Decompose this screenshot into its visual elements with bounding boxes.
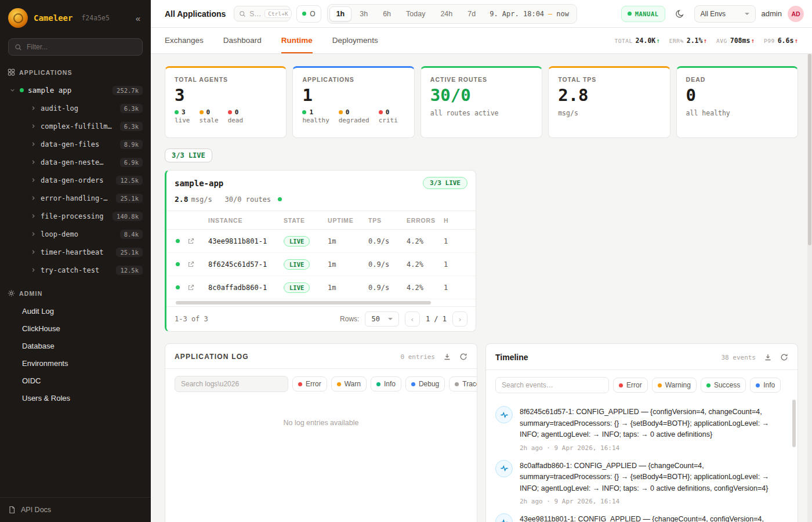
topbar: All Applications S… Ctrl+K O 1h 3h 6h To… (151, 0, 812, 28)
sidebar-item-sample-app[interactable]: sample app 252.7k (0, 81, 151, 99)
timeline-search-input[interactable] (502, 381, 603, 389)
tab-exchanges[interactable]: Exchanges (165, 28, 204, 53)
live-summary-chip[interactable]: 3/3 LIVE (165, 148, 212, 162)
sidebar-item-database[interactable]: Database (0, 337, 151, 354)
time-range-7d[interactable]: 7d (461, 6, 483, 21)
sidebar-item-loop-demo[interactable]: loop-demo8.4k (0, 225, 151, 243)
online-status-chip[interactable]: O (296, 5, 321, 23)
activity-icon (495, 460, 513, 477)
activity-icon (495, 513, 513, 522)
date-range-display[interactable]: 9. Apr. 18:04 — now (484, 10, 575, 18)
col-errors: ERRORS (407, 217, 444, 224)
chevron-down-icon (9, 87, 16, 93)
external-link-icon[interactable] (187, 284, 208, 291)
time-range-6h[interactable]: 6h (376, 6, 398, 21)
sidebar-filter-input[interactable] (27, 43, 136, 51)
chevron-right-icon (30, 249, 37, 255)
horizontal-scrollbar[interactable] (176, 301, 431, 304)
breakdown-healthy: 1healthy (302, 108, 329, 124)
filter-chip-trace[interactable]: Trace (449, 376, 477, 392)
sidebar-item-environments[interactable]: Environments (0, 354, 151, 372)
table-footer: 1-3 of 3 Rows: 50 ‹ 1 / 1 › (166, 306, 476, 331)
next-page-button[interactable]: › (452, 311, 467, 327)
uptime: 1m (328, 237, 368, 245)
sample-app-card: sample-app 3/3 LIVE 2.8 msg/s 30/0 route… (165, 170, 476, 332)
sidebar-item-users-roles[interactable]: Users & Roles (0, 389, 151, 407)
sidebar-collapse-button[interactable]: « (133, 12, 143, 24)
tab-deployments[interactable]: Deployments (332, 28, 378, 53)
refresh-icon[interactable] (780, 353, 788, 361)
api-docs-label: API Docs (21, 506, 51, 514)
global-search-button[interactable]: S… Ctrl+K (234, 6, 291, 21)
dark-mode-toggle[interactable] (671, 5, 688, 23)
tab-dashboard[interactable]: Dashboard (223, 28, 262, 53)
event-text: 8f6245c61d57-1: CONFIG_APPLIED — {config… (520, 408, 769, 438)
event-timestamp: 2h ago · 9 Apr 2026, 16:14 (520, 444, 782, 452)
page-scrollbar-thumb[interactable] (808, 54, 811, 245)
sidebar-item-error-handling[interactable]: error-handling-…25.1k (0, 189, 151, 207)
filter-chip-error[interactable]: Error (613, 378, 648, 393)
external-link-icon[interactable] (187, 238, 208, 245)
sidebar-item-file-processing[interactable]: file-processing140.8k (0, 207, 151, 225)
instance-status-dot (176, 262, 180, 266)
stat-cards-row: TOTAL AGENTS 3 3live 0stale 0dead APPLIC… (165, 66, 798, 138)
filter-chip-info[interactable]: Info (750, 378, 781, 393)
timeline-event[interactable]: 43ee9811b801-1: CONFIG_APPLIED — {change… (486, 506, 798, 522)
sidebar-item-try-catch-test[interactable]: try-catch-test12.5k (0, 261, 151, 279)
sidebar-item-timer-heartbeat[interactable]: timer-heartbeat25.1k (0, 243, 151, 261)
sidebar-filter (8, 38, 143, 56)
app-card-title[interactable]: sample-app (175, 179, 223, 188)
chevron-right-icon (30, 105, 37, 111)
environment-select[interactable]: All Envs (694, 5, 756, 23)
filter-chip-debug[interactable]: Debug (405, 376, 445, 392)
filter-chip-error[interactable]: Error (292, 376, 327, 392)
environment-select-value: All Envs (701, 10, 726, 18)
table-row[interactable]: 43ee9811b801-1 LIVE 1m 0.9/s 4.2% 1 (166, 230, 476, 253)
filter-chip-warn[interactable]: Warn (331, 376, 367, 392)
sidebar-item-clickhouse[interactable]: ClickHouse (0, 320, 151, 337)
timeline-scrollbar[interactable] (792, 400, 796, 447)
time-range-today[interactable]: Today (399, 6, 432, 21)
external-link-icon[interactable] (187, 261, 208, 268)
table-row[interactable]: 8c0affadb860-1 LIVE 1m 0.9/s 4.2% 1 (166, 276, 476, 299)
sidebar-item-data-gen-orders[interactable]: data-gen-orders12.5k (0, 171, 151, 189)
timeline-event[interactable]: 8f6245c61d57-1: CONFIG_APPLIED — {config… (486, 399, 798, 453)
time-range-3h[interactable]: 3h (353, 6, 375, 21)
tab-runtime[interactable]: Runtime (281, 28, 313, 53)
sidebar-item-oidc[interactable]: OIDC (0, 372, 151, 389)
sidebar-item-data-gen-nested[interactable]: data-gen-neste…6.9k (0, 153, 151, 171)
log-search-input[interactable] (181, 380, 282, 388)
download-icon[interactable] (443, 353, 451, 361)
applications-icon (8, 68, 15, 76)
time-range-1h[interactable]: 1h (329, 6, 352, 21)
manual-refresh-toggle[interactable]: MANUAL (621, 6, 665, 22)
sidebar-item-audit-log[interactable]: audit-log6.3k (0, 99, 151, 117)
prev-page-button[interactable]: ‹ (405, 311, 420, 327)
card-title: TOTAL TPS (558, 76, 660, 83)
state-pill: LIVE (284, 236, 310, 246)
avatar[interactable]: AD (788, 6, 804, 22)
chevron-right-icon (30, 123, 37, 129)
table-row[interactable]: 8f6245c61d57-1 LIVE 1m 0.9/s 4.2% 1 (166, 253, 476, 276)
download-icon[interactable] (764, 353, 772, 361)
sidebar-item-data-gen-files[interactable]: data-gen-files8.9k (0, 135, 151, 153)
filter-chip-success[interactable]: Success (701, 378, 746, 393)
tree-item-label: loop-demo (41, 230, 78, 238)
manual-status-dot (628, 12, 632, 16)
refresh-icon[interactable] (459, 353, 467, 361)
filter-chip-warning[interactable]: Warning (652, 378, 697, 393)
timeline-event[interactable]: 8c0affadb860-1: CONFIG_APPLIED — {change… (486, 453, 798, 507)
page-title: All Applications (165, 9, 226, 19)
routes-text: 30/0 routes (225, 195, 271, 204)
sidebar-item-audit-log-admin[interactable]: Audit Log (0, 302, 151, 320)
rows-per-page-select[interactable]: 50 (365, 311, 398, 327)
breakdown-row: 3live 0stale 0dead (175, 108, 277, 124)
log-entries-count: 0 entries (400, 353, 435, 361)
card-title: DEAD (686, 76, 788, 83)
card-subtitle: all healthy (686, 109, 788, 117)
time-range-24h[interactable]: 24h (433, 6, 459, 21)
sidebar-item-complex-fulfillment[interactable]: complex-fulfillm…6.3k (0, 117, 151, 135)
filter-chip-info[interactable]: Info (371, 376, 401, 392)
stat-card-total-tps: TOTAL TPS 2.8 msg/s (548, 66, 670, 138)
api-docs-link[interactable]: API Docs (0, 497, 151, 522)
